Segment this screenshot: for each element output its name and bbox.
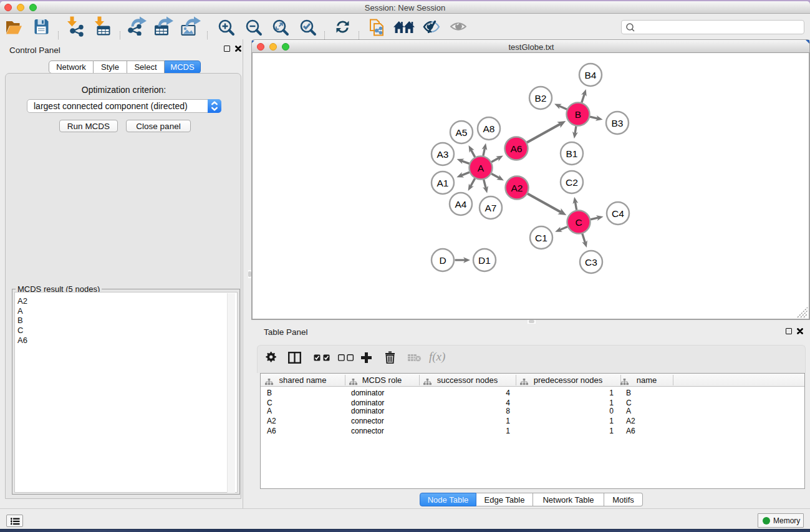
svg-text:D: D [439, 255, 446, 266]
svg-text:A2: A2 [511, 183, 523, 193]
svg-text:A5: A5 [456, 127, 468, 138]
svg-text:D1: D1 [478, 255, 491, 266]
svg-text:B2: B2 [535, 93, 547, 104]
svg-text:A7: A7 [485, 203, 497, 213]
svg-text:C: C [575, 217, 582, 228]
svg-text:B3: B3 [612, 118, 624, 128]
svg-text:C3: C3 [585, 257, 597, 268]
svg-text:B4: B4 [585, 70, 597, 80]
svg-text:A3: A3 [437, 149, 449, 160]
svg-text:C2: C2 [566, 177, 578, 188]
svg-text:C1: C1 [535, 233, 547, 243]
svg-text:B: B [575, 109, 581, 120]
svg-text:A6: A6 [511, 143, 523, 154]
svg-text:A: A [478, 163, 485, 173]
svg-text:A4: A4 [455, 199, 467, 210]
svg-text:B1: B1 [566, 148, 578, 159]
svg-text:A1: A1 [437, 178, 449, 188]
svg-text:C4: C4 [612, 208, 624, 219]
svg-text:A8: A8 [483, 123, 495, 134]
